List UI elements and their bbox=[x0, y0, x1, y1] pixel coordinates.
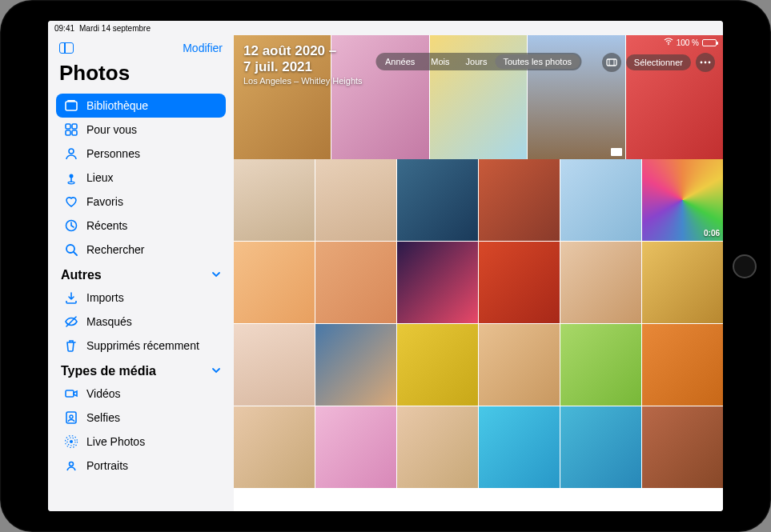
sidebar-item-label: Personnes bbox=[86, 147, 140, 160]
segment-années[interactable]: Années bbox=[377, 54, 423, 69]
date-line-2: 7 juil. 2021 bbox=[243, 59, 363, 75]
photo-thumbnail[interactable] bbox=[397, 159, 478, 241]
foryou-icon bbox=[64, 122, 78, 137]
svg-point-20 bbox=[701, 62, 703, 64]
search-icon bbox=[64, 242, 78, 257]
svg-point-13 bbox=[70, 415, 73, 418]
svg-point-7 bbox=[70, 174, 74, 178]
photo-thumbnail[interactable] bbox=[397, 406, 478, 488]
photo-thumbnail[interactable] bbox=[560, 406, 641, 488]
sidebar-item-selfies[interactable]: Selfies bbox=[56, 406, 226, 430]
sidebar-item-label: Rechercher bbox=[86, 243, 144, 256]
photo-thumbnail[interactable] bbox=[315, 324, 396, 406]
photo-thumbnail[interactable] bbox=[560, 324, 641, 406]
photo-thumbnail[interactable] bbox=[560, 242, 641, 323]
live-icon bbox=[64, 434, 78, 449]
slideshow-badge-icon bbox=[611, 148, 622, 156]
sidebar-item-masqués[interactable]: Masqués bbox=[56, 310, 226, 334]
segment-jours[interactable]: Jours bbox=[458, 54, 496, 69]
photo-thumbnail[interactable] bbox=[560, 159, 641, 241]
photo-thumbnail[interactable]: 0:06 bbox=[642, 159, 723, 241]
photo-thumbnail[interactable] bbox=[315, 406, 396, 488]
location-subtitle: Los Angeles – Whitley Heights bbox=[243, 76, 363, 86]
sidebar-item-supprimés-récemment[interactable]: Supprimés récemment bbox=[56, 334, 226, 358]
sidebar-item-rechercher[interactable]: Rechercher bbox=[56, 238, 226, 262]
photo-thumbnail[interactable] bbox=[315, 159, 396, 241]
photo-thumbnail[interactable] bbox=[642, 324, 723, 406]
photo-thumbnail[interactable] bbox=[234, 324, 315, 406]
screen: 09:41 Mardi 14 septembre Modifier Photos… bbox=[48, 21, 723, 511]
aspect-ratio-button[interactable] bbox=[602, 53, 621, 72]
photo-thumbnail[interactable] bbox=[234, 159, 315, 241]
sidebar-item-pour-vous[interactable]: Pour vous bbox=[56, 118, 226, 142]
sidebar-item-vidéos[interactable]: Vidéos bbox=[56, 382, 226, 406]
sidebar-item-label: Supprimés récemment bbox=[86, 339, 199, 352]
video-icon bbox=[64, 386, 78, 401]
home-button[interactable] bbox=[733, 254, 757, 278]
sidebar-item-label: Lieux bbox=[86, 171, 113, 184]
sidebar-item-label: Récents bbox=[86, 219, 127, 232]
sidebar-item-label: Selfies bbox=[86, 411, 120, 424]
section-media[interactable]: Types de média bbox=[56, 358, 226, 382]
sidebar-item-personnes[interactable]: Personnes bbox=[56, 142, 226, 166]
photo-thumbnail[interactable] bbox=[397, 324, 478, 406]
section-others-title: Autres bbox=[61, 268, 102, 282]
status-time: 09:41 bbox=[54, 24, 74, 33]
heart-icon bbox=[64, 194, 78, 209]
svg-rect-4 bbox=[66, 130, 70, 135]
status-right: 100 % bbox=[664, 38, 717, 47]
sidebar-item-favoris[interactable]: Favoris bbox=[56, 190, 226, 214]
date-range: 12 août 2020 – 7 juil. 2021 Los Angeles … bbox=[243, 43, 363, 86]
sidebar-item-label: Pour vous bbox=[86, 123, 137, 136]
photo-thumbnail[interactable] bbox=[642, 242, 723, 323]
chevron-down-icon bbox=[211, 364, 221, 378]
chevron-down-icon bbox=[211, 268, 221, 282]
segment-mois[interactable]: Mois bbox=[423, 54, 457, 69]
more-button[interactable] bbox=[696, 53, 715, 72]
sidebar-item-live-photos[interactable]: Live Photos bbox=[56, 430, 226, 454]
import-icon bbox=[64, 290, 78, 305]
section-media-title: Types de média bbox=[61, 364, 156, 378]
sidebar-item-label: Vidéos bbox=[86, 387, 121, 400]
photo-thumbnail[interactable] bbox=[234, 242, 315, 323]
battery-icon bbox=[702, 39, 717, 46]
svg-rect-12 bbox=[66, 412, 76, 423]
svg-point-22 bbox=[709, 62, 711, 64]
segment-toutes-les-photos[interactable]: Toutes les photos bbox=[495, 54, 580, 69]
sidebar-item-label: Imports bbox=[86, 291, 124, 304]
svg-rect-19 bbox=[607, 59, 616, 66]
library-icon bbox=[64, 98, 78, 113]
photo-thumbnail[interactable] bbox=[642, 406, 723, 488]
sidebar-toggle-icon[interactable] bbox=[59, 42, 74, 54]
photo-thumbnail[interactable] bbox=[479, 406, 560, 488]
edit-button[interactable]: Modifier bbox=[183, 42, 223, 54]
svg-point-18 bbox=[668, 44, 669, 46]
photo-thumbnail[interactable] bbox=[315, 242, 396, 323]
sidebar-item-imports[interactable]: Imports bbox=[56, 286, 226, 310]
photo-thumbnail[interactable] bbox=[479, 159, 560, 241]
app-title: Photos bbox=[56, 59, 226, 94]
photo-thumbnail[interactable] bbox=[234, 406, 315, 488]
people-icon bbox=[64, 146, 78, 161]
wifi-icon bbox=[664, 38, 673, 47]
sidebar-item-label: Masqués bbox=[86, 315, 132, 328]
sidebar-item-portraits[interactable]: Portraits bbox=[56, 454, 226, 478]
section-others[interactable]: Autres bbox=[56, 262, 226, 286]
sidebar-item-label: Favoris bbox=[86, 195, 123, 208]
photo-thumbnail[interactable] bbox=[479, 324, 560, 406]
photo-thumbnail[interactable] bbox=[479, 242, 560, 323]
sidebar-item-lieux[interactable]: Lieux bbox=[56, 166, 226, 190]
sidebar-item-récents[interactable]: Récents bbox=[56, 214, 226, 238]
video-duration-badge: 0:06 bbox=[704, 229, 720, 238]
main-content: 0:06 100 % 12 août 2020 – 7 juil. 2021 L… bbox=[234, 35, 723, 511]
sidebar-item-bibliothèque[interactable]: Bibliothèque bbox=[56, 94, 226, 118]
portrait-icon bbox=[64, 458, 78, 473]
svg-rect-2 bbox=[66, 124, 70, 129]
view-segmented-control[interactable]: AnnéesMoisJoursToutes les photos bbox=[375, 53, 581, 70]
svg-rect-3 bbox=[72, 124, 77, 129]
clock-icon bbox=[64, 218, 78, 233]
photo-thumbnail[interactable] bbox=[397, 242, 478, 323]
svg-point-14 bbox=[70, 440, 73, 443]
date-line-1: 12 août 2020 – bbox=[243, 43, 363, 59]
select-button[interactable]: Sélectionner bbox=[626, 54, 691, 70]
